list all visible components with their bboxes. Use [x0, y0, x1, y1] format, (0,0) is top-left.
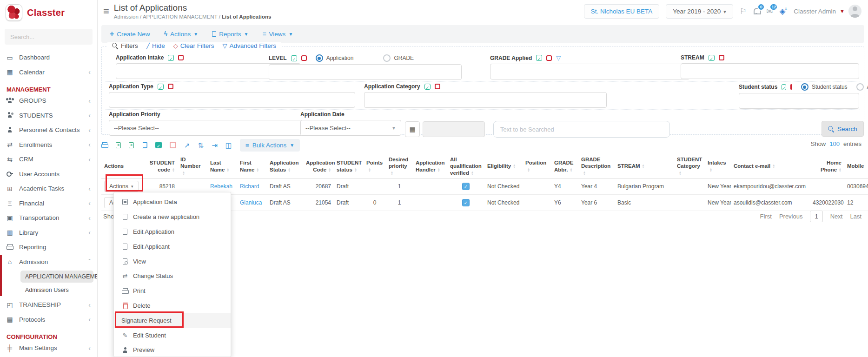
col-grade-abbr[interactable]: GRADE Abbr.: [551, 154, 578, 178]
pin-filter-icon[interactable]: [168, 55, 174, 61]
menu-item-application-data[interactable]: Application Data: [114, 195, 231, 210]
col-stream[interactable]: STREAM: [615, 154, 674, 178]
pagination-previous[interactable]: Previous: [779, 213, 803, 220]
sidebar-item-students[interactable]: STUDENTS‹: [0, 108, 97, 123]
col-student-category[interactable]: STUDENT Category: [674, 154, 705, 178]
select-all-icon[interactable]: [155, 142, 162, 148]
pagination-next[interactable]: Next: [830, 213, 843, 220]
application-type-input[interactable]: [109, 92, 355, 108]
menu-item-edit-application[interactable]: Edit Application: [114, 225, 231, 239]
switch-platform-icon[interactable]: [779, 7, 787, 16]
deselect-all-icon[interactable]: [170, 142, 176, 148]
messages-envelope-icon[interactable]: ✉12: [766, 7, 773, 15]
sidebar-item-user-accounts[interactable]: User Accounts: [0, 167, 97, 182]
hide-filters-link[interactable]: ╱Hide: [146, 42, 165, 49]
application-status-radio[interactable]: [856, 83, 864, 91]
col-position[interactable]: Position: [523, 154, 551, 178]
flag-icon[interactable]: ⚐: [740, 7, 747, 15]
clear-field-icon[interactable]: [168, 84, 173, 89]
user-menu[interactable]: Classter Admin ▼: [794, 5, 861, 18]
row-actions-button[interactable]: Actions: [104, 181, 139, 192]
clear-field-icon[interactable]: [719, 55, 724, 60]
col-application-status[interactable]: Application Status: [267, 154, 303, 178]
col-eligibility[interactable]: Eligibility: [484, 154, 523, 178]
year-selector-button[interactable]: Year 2019 - 2020: [666, 4, 733, 19]
sidebar-item-personnel-contacts[interactable]: Personnel & Contacts‹: [0, 123, 97, 138]
col-points[interactable]: Points: [364, 154, 386, 178]
stream-input[interactable]: [681, 63, 859, 79]
menu-item-edit-student[interactable]: ✎Edit Student: [114, 328, 231, 343]
clear-field-icon[interactable]: [301, 55, 307, 61]
menu-item-preview[interactable]: Preview: [114, 343, 231, 357]
level-grade-radio[interactable]: [383, 54, 391, 62]
clear-field-icon[interactable]: [435, 84, 440, 89]
menu-item-delete[interactable]: Delete: [114, 298, 231, 313]
pin-filter-icon[interactable]: [709, 55, 715, 61]
sidebar-item-library[interactable]: ▥Library‹: [0, 225, 97, 240]
breadcrumb-admission[interactable]: Admission: [114, 14, 139, 20]
application-category-input[interactable]: [364, 92, 607, 108]
copy-icon[interactable]: [142, 142, 147, 148]
pagination-first[interactable]: First: [760, 213, 772, 220]
sidebar-search-input[interactable]: [5, 29, 93, 45]
menu-item-print[interactable]: Print: [114, 284, 231, 298]
pin-filter-icon[interactable]: [424, 84, 431, 90]
collapse-icon[interactable]: ⇅: [198, 142, 204, 149]
col-home-phone[interactable]: Home Phone: [810, 154, 844, 178]
page-size-select[interactable]: 100: [829, 140, 840, 147]
bulk-actions-button[interactable]: ≡Bulk Actions▼: [240, 139, 300, 152]
pagination-last[interactable]: Last: [850, 213, 861, 220]
calendar-button[interactable]: ▦: [405, 121, 420, 137]
pagination-page-1[interactable]: 1: [810, 211, 822, 222]
sidebar-item-admission-users[interactable]: Admission Users: [20, 284, 93, 296]
col-id-number[interactable]: ID Number: [178, 154, 207, 178]
student-status-radio[interactable]: [801, 83, 808, 91]
menu-item-create-new-application[interactable]: Create a new application: [114, 210, 231, 225]
pin-filter-icon[interactable]: [158, 84, 164, 90]
export-excel-icon[interactable]: [116, 142, 121, 148]
qualification-verified-checkbox[interactable]: [462, 183, 470, 190]
sidebar-item-reporting[interactable]: Reporting: [0, 240, 97, 255]
pin-filter-icon[interactable]: [536, 55, 542, 61]
col-desired-priority[interactable]: Desired priority: [386, 154, 413, 178]
clear-field-icon[interactable]: [790, 84, 792, 90]
funnel-icon[interactable]: ▽: [556, 54, 561, 61]
pin-filter-icon[interactable]: [291, 55, 297, 61]
col-intakes[interactable]: Intakes: [705, 154, 731, 178]
level-input[interactable]: [269, 64, 462, 80]
views-dropdown-button[interactable]: ≡Views▼: [262, 30, 293, 38]
sidebar-item-transportation[interactable]: ▣Transportation‹: [0, 211, 97, 225]
clear-field-icon[interactable]: [178, 55, 184, 60]
expand-icon[interactable]: ↗: [184, 142, 190, 149]
sidebar-item-admission[interactable]: ⌂Admissionˇ: [2, 255, 97, 270]
sidebar-item-application-management[interactable]: APPLICATION MANAGEMENT: [20, 271, 93, 283]
col-student-code[interactable]: STUDENT code: [141, 154, 178, 178]
create-new-button[interactable]: +Create New: [110, 30, 150, 38]
sidebar-item-dashboard[interactable]: ▭Dashboard: [0, 50, 97, 65]
menu-item-edit-applicant[interactable]: Edit Applicant: [114, 239, 231, 254]
level-application-radio[interactable]: [316, 54, 323, 62]
menu-item-change-status[interactable]: ⇄Change Status: [114, 269, 231, 284]
sidebar-item-financial[interactable]: ΞFinancial‹: [0, 196, 97, 211]
pin-filter-icon[interactable]: [782, 84, 786, 90]
col-all-qualification-verified[interactable]: All qualification verified: [447, 154, 484, 178]
clear-field-icon[interactable]: [546, 55, 552, 61]
reports-dropdown-button[interactable]: Reports▼: [212, 31, 248, 38]
menu-item-signature-request[interactable]: Signature Request: [114, 313, 231, 328]
actions-dropdown-button[interactable]: ϟActions▼: [164, 30, 199, 38]
clear-filters-link[interactable]: ◇Clear Filters: [173, 42, 214, 49]
sidebar-item-academic-tasks[interactable]: ⊞Academic Tasks‹: [0, 181, 97, 196]
sidebar-item-protocols[interactable]: ▤Protocols‹: [0, 312, 97, 327]
col-grade-description[interactable]: GRADE Description: [578, 154, 615, 178]
export-icon[interactable]: ⇥: [212, 142, 218, 149]
application-date-select[interactable]: --Please Select--▼: [300, 120, 401, 136]
sidebar-item-calendar[interactable]: ▦Calendar‹: [0, 65, 97, 80]
columns-icon[interactable]: ◫: [225, 142, 232, 149]
sidebar-item-groups[interactable]: GROUPS‹: [0, 93, 97, 108]
col-last-name[interactable]: Last Name: [207, 154, 237, 178]
sidebar-item-enrollments[interactable]: ⇄Enrollments‹: [0, 138, 97, 152]
col-application-code[interactable]: Application Code: [303, 154, 334, 178]
text-search-input[interactable]: [493, 121, 670, 138]
last-name-link[interactable]: Rebekah: [210, 183, 232, 190]
sidebar-item-traineeship[interactable]: ◰TRAINEESHIP‹: [0, 298, 97, 312]
